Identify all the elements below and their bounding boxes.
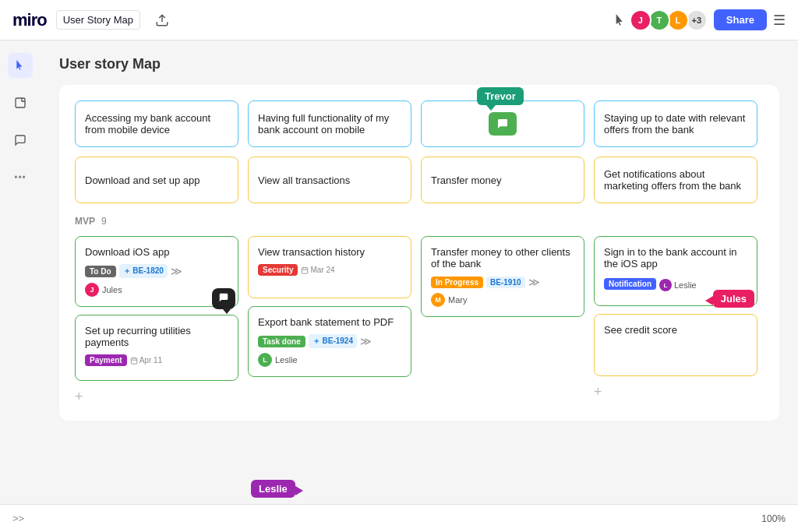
epic-card-1[interactable]: Accessing my bank account from mobile de…: [75, 100, 238, 147]
avatar-trevor[interactable]: T: [648, 9, 670, 31]
task-card-credit[interactable]: See credit score: [594, 314, 757, 376]
svg-rect-6: [302, 267, 309, 273]
user-dot-leslie: L: [659, 279, 672, 291]
user-avatar-jules: J: [85, 283, 99, 297]
badge-date-mar24: Mar 24: [301, 266, 334, 274]
share-button[interactable]: Share: [714, 9, 767, 30]
story-card-1[interactable]: Download and set up app: [75, 157, 238, 203]
story-card-2[interactable]: View all transactions: [248, 157, 411, 203]
user-label-leslie: Leslie: [275, 355, 298, 365]
header-left: miro User Story Map: [12, 8, 175, 33]
task-grid: Download iOS app To Do ＋ BE-1820 ≫ J Jul…: [75, 236, 764, 405]
epic-card-3[interactable]: [421, 100, 584, 147]
mvp-section: MVP 9 Download iOS app To Do ＋ BE-1820 ≫: [75, 216, 764, 405]
avatar-leslie[interactable]: L: [667, 9, 689, 31]
svg-rect-1: [16, 98, 25, 107]
badge-date: Apr 11: [130, 356, 162, 365]
story-card-4[interactable]: Get notifications about marketing offers…: [594, 157, 757, 203]
add-task-col4[interactable]: +: [594, 384, 757, 400]
sidebar-cursor-tool[interactable]: [8, 53, 33, 78]
task-card-view-history[interactable]: View transaction history Security Mar 24: [248, 236, 411, 298]
task-badges: Payment Apr 11: [85, 354, 228, 366]
task-column-3: Transfer money to other clients of the b…: [421, 236, 584, 405]
task-badges: Task done ＋ BE-1924 ≫: [258, 334, 401, 348]
task-card-export-pdf[interactable]: Export bank statement to PDF Task done ＋…: [248, 306, 411, 377]
sidebar-comment-tool[interactable]: [8, 128, 33, 153]
user-avatar-leslie: L: [258, 353, 272, 367]
zoom-level: 100%: [761, 513, 786, 524]
priority-icon3: ≫: [528, 276, 540, 288]
board-title[interactable]: User Story Map: [56, 10, 140, 30]
badge-notification: Notification: [604, 278, 656, 290]
mvp-label: MVP 9: [75, 216, 764, 227]
cursor-leslie: Leslie: [251, 480, 295, 498]
cursor-tool-icon: [614, 14, 627, 26]
badge-be-1820: ＋ BE-1820: [119, 264, 168, 278]
svg-rect-2: [131, 358, 137, 364]
menu-icon[interactable]: ☰: [773, 12, 786, 29]
task-card-transfer[interactable]: Transfer money to other clients of the b…: [421, 236, 584, 317]
cursor-jules: Jules: [713, 290, 754, 308]
add-task-col1[interactable]: +: [75, 389, 238, 405]
epic-card-2[interactable]: Having full functionality of my bank acc…: [248, 100, 411, 147]
collaborator-avatars: J T L +3: [633, 9, 708, 31]
expand-icon[interactable]: >>: [12, 513, 24, 524]
chat-bubble-icon: [489, 112, 517, 136]
header-right: J T L +3 Share ☰: [614, 9, 786, 31]
user-label-mary: Mary: [448, 295, 467, 305]
task-badges: To Do ＋ BE-1820 ≫: [85, 264, 228, 278]
badge-payment: Payment: [85, 354, 127, 366]
task-user-leslie: L Leslie: [258, 353, 401, 367]
task-column-2: View transaction history Security Mar 24…: [248, 236, 411, 405]
badge-todo: To Do: [85, 266, 116, 277]
badge-be-1910: BE-1910: [486, 277, 524, 288]
badge-taskdone: Task done: [258, 336, 305, 347]
task-card-recurring[interactable]: Set up recurring utilities payments Paym…: [75, 315, 238, 381]
user-label: Jules: [102, 285, 122, 294]
cursor-trevor: Trevor: [477, 87, 524, 105]
task-user-mary: M Mary: [431, 293, 574, 307]
epics-row: Accessing my bank account from mobile de…: [75, 100, 764, 147]
bottom-bar: >> 100%: [0, 504, 798, 532]
board-container: Accessing my bank account from mobile de…: [59, 85, 779, 421]
task-user-leslie2: L Leslie: [659, 279, 697, 291]
task-column-1: Download iOS app To Do ＋ BE-1820 ≫ J Jul…: [75, 236, 238, 405]
chat-popup: [212, 288, 235, 309]
priority-icon: ≫: [171, 265, 182, 277]
avatar-more[interactable]: +3: [686, 9, 708, 31]
task-badges: In Progress BE-1910 ≫: [431, 276, 574, 288]
priority-icon2: ≫: [360, 335, 372, 347]
upload-button[interactable]: [150, 8, 175, 33]
task-badges: Security Mar 24: [258, 264, 401, 276]
stories-row: Download and set up app View all transac…: [75, 157, 764, 203]
sidebar-more-tools[interactable]: •••: [8, 165, 33, 190]
canvas: ••• User story Map Trevor Jules Leslie: [0, 41, 798, 532]
page-title: User story Map: [59, 56, 779, 72]
miro-logo: miro: [12, 10, 47, 30]
task-column-4: Sign in to the bank account in the iOS a…: [594, 236, 757, 405]
badge-inprogress: In Progress: [431, 277, 483, 288]
header: miro User Story Map J T L +3 Share ☰: [0, 0, 798, 41]
main-content: User story Map Trevor Jules Leslie Acces…: [41, 41, 798, 532]
user-avatar-mary: M: [431, 293, 445, 307]
badge-be-1924: ＋ BE-1924: [309, 334, 357, 348]
sidebar: •••: [0, 41, 41, 532]
epic-card-4[interactable]: Staying up to date with relevant offers …: [594, 100, 757, 147]
task-badges: Notification L Leslie: [604, 276, 747, 291]
sidebar-sticky-note-tool[interactable]: [8, 90, 33, 115]
avatar-jules[interactable]: J: [630, 9, 651, 31]
task-user: J Jules: [85, 283, 228, 297]
badge-security: Security: [258, 264, 298, 276]
story-card-3[interactable]: Transfer money: [421, 157, 584, 203]
